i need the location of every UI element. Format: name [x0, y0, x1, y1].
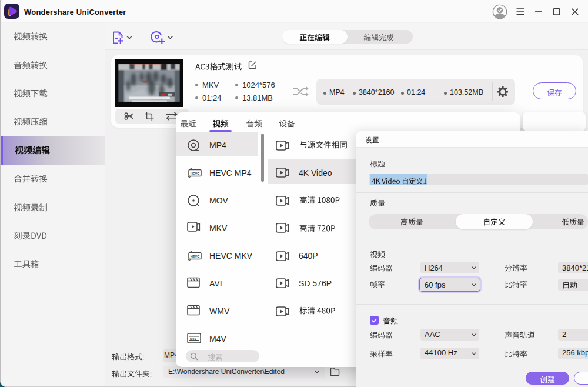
svg-text:M4V: M4V [190, 337, 196, 341]
svg-text:HEVC: HEVC [191, 255, 200, 258]
svg-text:HEVC: HEVC [191, 172, 200, 175]
